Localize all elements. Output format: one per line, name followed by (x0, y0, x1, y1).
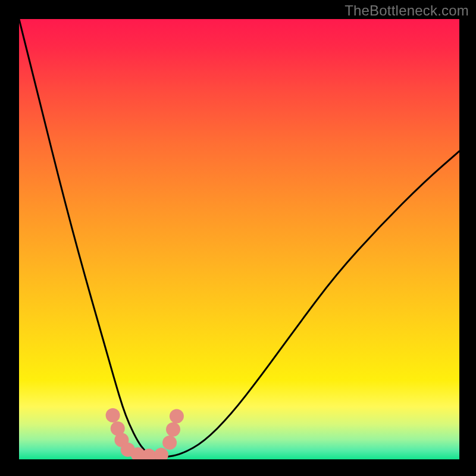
curve-marker (142, 449, 156, 463)
bottleneck-chart (0, 0, 476, 476)
watermark-text: TheBottleneck.com (345, 2, 469, 19)
curve-marker (154, 448, 168, 462)
curve-marker (162, 436, 177, 450)
chart-container: { "watermark": "TheBottleneck.com", "col… (0, 0, 476, 476)
curve-marker (166, 422, 180, 437)
curve-marker (170, 409, 184, 423)
curve-marker (106, 408, 120, 422)
gradient-background (19, 19, 459, 459)
